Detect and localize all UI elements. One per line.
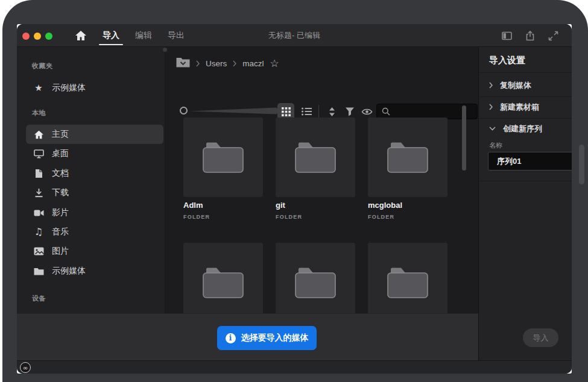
panel-toggle-icon[interactable]: [502, 31, 512, 40]
mode-tabs: 导入 编辑 导出: [100, 24, 187, 47]
home-icon[interactable]: [75, 30, 87, 41]
breadcrumb-folder-icon[interactable]: [176, 57, 190, 70]
star-icon: ★: [33, 83, 44, 93]
panel-divider: [479, 72, 572, 73]
share-icon[interactable]: [525, 31, 535, 41]
folder-tile[interactable]: [276, 243, 355, 313]
monitor-icon: [33, 148, 44, 159]
breadcrumb: Users maczl ☆: [176, 55, 279, 71]
folder-name: git: [276, 201, 360, 210]
sidebar-item-downloads[interactable]: 下载: [17, 183, 165, 202]
breadcrumb-segment[interactable]: Users: [206, 59, 227, 68]
devices-section-label: 设备: [32, 294, 46, 303]
setting-create-sequence[interactable]: 创建新序列: [479, 118, 572, 139]
places-sidebar: 收藏夹 ★ 示例媒体 本地 主页 桌面: [17, 47, 165, 313]
folder-type-label: FOLDER: [183, 214, 268, 220]
thumbnail-size-slider[interactable]: [180, 107, 188, 114]
toolbar-divider: [318, 105, 319, 118]
select-media-hint: i 选择要导入的媒体: [217, 326, 317, 350]
minimize-button[interactable]: [34, 33, 41, 40]
chevron-right-icon: [233, 60, 236, 67]
folder-tile-git[interactable]: [276, 117, 355, 197]
image-icon: [33, 246, 44, 257]
folder-name: mcglobal: [368, 201, 452, 210]
sidebar-item-music[interactable]: ♫ 音乐: [17, 222, 165, 242]
sidebar-item-label: 示例媒体: [52, 266, 86, 277]
folder-tile[interactable]: [183, 243, 263, 313]
breadcrumb-segment[interactable]: maczl: [242, 59, 264, 68]
sidebar-item-desktop[interactable]: 桌面: [17, 144, 165, 163]
import-settings-panel: 导入设置 复制媒体 新建素材箱 创建新序列 名称 导入: [478, 47, 572, 360]
titlebar: 导入 编辑 导出 无标题- 已编辑: [17, 24, 572, 47]
chevron-down-icon: [489, 127, 496, 131]
list-icon: [302, 107, 312, 116]
search-input[interactable]: [394, 107, 466, 116]
panel-divider: [479, 181, 572, 181]
zoom-button[interactable]: [45, 33, 52, 40]
screen: 导入 编辑 导出 无标题- 已编辑 收藏夹 ★: [0, 0, 588, 382]
setting-label: 创建新序列: [503, 124, 542, 134]
folder-type-label: FOLDER: [276, 214, 360, 220]
home-icon: [33, 129, 44, 140]
sidebar-item-sample-media[interactable]: 示例媒体: [17, 261, 165, 281]
thumbnail-size-slider-track[interactable]: [189, 106, 279, 118]
content-scrollbar[interactable]: [462, 105, 466, 171]
sidebar-item-home[interactable]: 主页: [26, 125, 163, 144]
sidebar-item-documents[interactable]: 文档: [17, 164, 165, 183]
sidebar-item-label: 下载: [52, 187, 69, 198]
folder-tile[interactable]: [368, 243, 447, 313]
tab-edit[interactable]: 编辑: [133, 25, 154, 46]
setting-new-bin[interactable]: 新建素材箱: [479, 96, 572, 117]
sequence-name-input[interactable]: [488, 152, 572, 171]
sidebar-item-sample-media-favorite[interactable]: ★ 示例媒体: [17, 78, 165, 98]
setting-label: 复制媒体: [500, 80, 531, 91]
titlebar-actions: [502, 24, 558, 47]
info-icon: i: [226, 333, 236, 343]
creative-cloud-icon: ∞: [20, 362, 31, 373]
sidebar-item-label: 主页: [52, 129, 69, 140]
sidebar-item-movies[interactable]: 影片: [17, 203, 165, 222]
chevron-right-icon: [196, 60, 200, 67]
search-icon: [382, 107, 390, 116]
filter-icon: [345, 107, 355, 116]
panel-title: 导入设置: [489, 55, 525, 66]
eye-icon: [361, 108, 373, 116]
pane-resize-handle[interactable]: [163, 48, 167, 52]
fullscreen-icon[interactable]: [548, 31, 558, 41]
sidebar-item-label: 示例媒体: [52, 83, 86, 93]
tab-import[interactable]: 导入: [100, 25, 122, 46]
folder-type-label: FOLDER: [368, 214, 452, 220]
favorites-section-label: 收藏夹: [32, 61, 53, 70]
sidebar-item-label: 音乐: [52, 227, 69, 237]
grid-icon: [282, 107, 291, 116]
sidebar-item-label: 影片: [52, 207, 69, 218]
favorite-star-icon[interactable]: ☆: [270, 58, 279, 69]
status-strip: ∞: [17, 360, 572, 374]
sidebar-item-label: 图片: [52, 246, 69, 257]
document-title: 无标题- 已编辑: [216, 24, 373, 47]
footer-bar: i 选择要导入的媒体: [17, 313, 478, 360]
local-section-label: 本地: [32, 108, 46, 117]
film-icon: [33, 207, 44, 218]
download-icon: [33, 187, 44, 198]
sequence-name-label: 名称: [489, 141, 502, 150]
setting-copy-media[interactable]: 复制媒体: [479, 75, 572, 96]
close-button[interactable]: [22, 33, 30, 40]
folder-name: Adlm: [183, 201, 268, 210]
folder-tile-adlm[interactable]: [183, 117, 263, 197]
tab-export[interactable]: 导出: [165, 25, 187, 46]
import-button[interactable]: 导入: [523, 328, 558, 347]
sidebar-item-pictures[interactable]: 图片: [17, 242, 165, 261]
sidebar-item-label: 文档: [52, 168, 69, 179]
background-scrollbar: [579, 145, 584, 184]
sort-icon: [327, 107, 337, 117]
browser-toolbar: [165, 75, 478, 93]
file-browser: Users maczl ☆: [165, 47, 478, 313]
sidebar-item-label: 桌面: [52, 148, 69, 159]
folder-icon: [33, 266, 44, 277]
folder-tile-mcglobal[interactable]: [368, 117, 447, 197]
chevron-right-icon: [489, 82, 493, 89]
chevron-right-icon: [489, 104, 493, 110]
app-window: 导入 编辑 导出 无标题- 已编辑 收藏夹 ★: [17, 24, 572, 374]
document-icon: [33, 168, 44, 179]
